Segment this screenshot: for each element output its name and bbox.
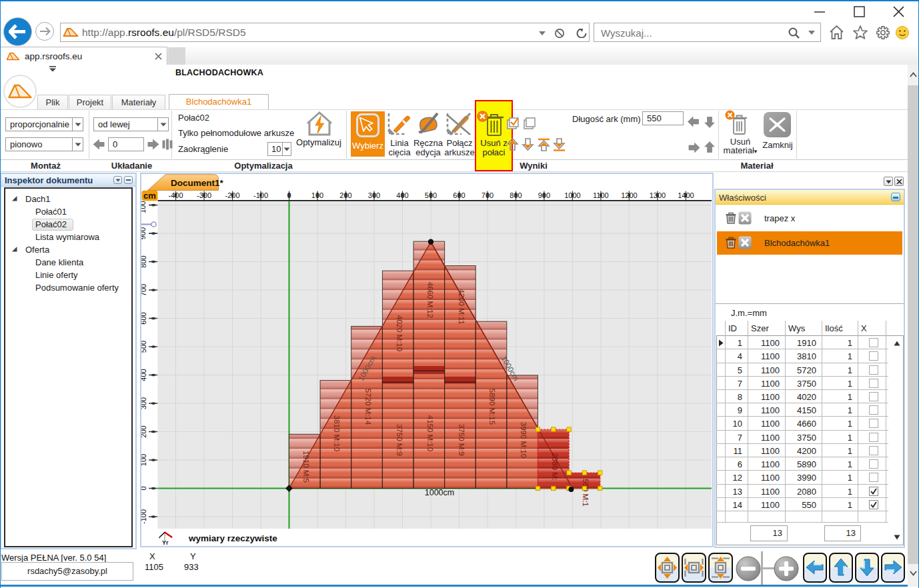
svg-text:1910 M:5: 1910 M:5 [302, 451, 310, 483]
svg-text:Yr: Yr [162, 539, 169, 546]
svg-text:4660 M:12: 4660 M:12 [426, 282, 434, 318]
svg-text:wymiary rzeczywiste: wymiary rzeczywiste [188, 533, 277, 543]
svg-text:3990 M:10: 3990 M:10 [520, 422, 528, 458]
svg-text:4150 M:10: 4150 M:10 [426, 415, 434, 451]
svg-text:-300: -300 [197, 191, 211, 199]
svg-text:2080 M:: 2080 M: [551, 453, 559, 481]
svg-text:700: 700 [482, 191, 494, 199]
svg-text:3750 M:9: 3750 M:9 [457, 424, 466, 456]
svg-text:-100: -100 [253, 191, 268, 199]
svg-text:-200: -200 [225, 191, 239, 199]
svg-text:Document1*: Document1* [171, 178, 224, 188]
svg-text:300: 300 [368, 191, 380, 199]
svg-text:400: 400 [396, 191, 408, 199]
svg-text:5720 M:14: 5720 M:14 [364, 389, 372, 425]
svg-text:3750 M:9: 3750 M:9 [395, 424, 403, 456]
svg-text:600: 600 [453, 191, 465, 199]
svg-text:1300: 1300 [650, 191, 666, 199]
svg-text:0: 0 [287, 191, 291, 199]
svg-text:800: 800 [510, 191, 522, 199]
svg-text:-400: -400 [168, 191, 183, 199]
svg-text:1200: 1200 [621, 191, 637, 199]
svg-text:3810 M:10: 3810 M:10 [333, 415, 341, 451]
svg-text:cm: cm [143, 191, 156, 201]
svg-text:1100: 1100 [593, 191, 609, 199]
svg-text:200: 200 [339, 191, 351, 199]
svg-text:4020 M:10: 4020 M:10 [395, 315, 403, 351]
svg-text:4200 M:11: 4200 M:11 [457, 289, 466, 325]
svg-text:900: 900 [538, 191, 550, 199]
svg-text:100: 100 [311, 191, 323, 199]
svg-text:1000cm: 1000cm [425, 488, 454, 497]
svg-text:1400: 1400 [678, 191, 694, 199]
svg-text:5890 M:15: 5890 M:15 [488, 389, 496, 425]
svg-text:1000: 1000 [564, 191, 580, 199]
svg-text:550 M:1: 550 M:1 [582, 479, 590, 507]
svg-text:500: 500 [425, 191, 437, 199]
